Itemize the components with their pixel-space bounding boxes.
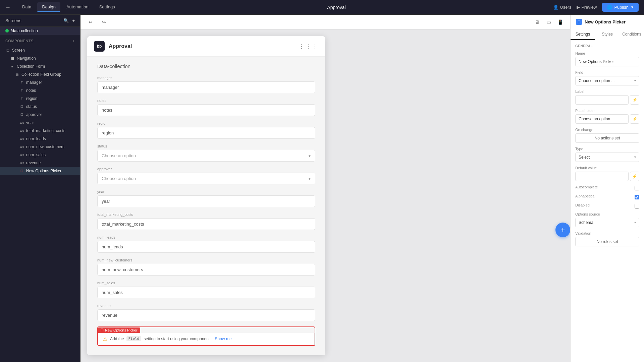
show-me-link[interactable]: Show me bbox=[215, 337, 232, 341]
placeholder-bolt-button[interactable]: ⚡ bbox=[630, 114, 639, 124]
tree-item-approver[interactable]: ☐ approver bbox=[0, 111, 80, 119]
preview-link[interactable]: ▶ Preview bbox=[577, 5, 597, 10]
options-picker-icon: ☐ bbox=[19, 169, 24, 173]
right-panel: ☐ New Options Picker Settings Styles Con… bbox=[570, 15, 644, 362]
label-num-new-customers: num_new_customers bbox=[97, 258, 315, 262]
form-group-total-marketing-costs: total_marketing_costs bbox=[97, 213, 315, 230]
input-year[interactable] bbox=[97, 195, 315, 207]
input-revenue[interactable] bbox=[97, 309, 315, 321]
users-icon: 👤 bbox=[553, 5, 558, 10]
nav-tab-design[interactable]: Design bbox=[37, 2, 60, 12]
select-status[interactable]: Choose an option bbox=[97, 150, 315, 162]
tree-item-manager[interactable]: T manager bbox=[0, 78, 80, 86]
default-value-bolt-button[interactable]: ⚡ bbox=[630, 172, 639, 181]
input-num-new-customers[interactable] bbox=[97, 264, 315, 276]
users-link[interactable]: 👤 Users bbox=[553, 5, 571, 10]
panel-field-on-change: On change No actions set bbox=[575, 128, 639, 143]
tree-item-navigation[interactable]: ☰ Navigation bbox=[0, 54, 80, 62]
input-notes[interactable] bbox=[97, 104, 315, 116]
redo-button[interactable]: ↪ bbox=[99, 17, 109, 27]
tab-conditions[interactable]: Conditions bbox=[620, 29, 644, 40]
input-num-leads[interactable] bbox=[97, 241, 315, 253]
panel-component-icon: ☐ bbox=[576, 19, 582, 25]
screen-item-data-collection[interactable]: /data-collection bbox=[0, 27, 80, 35]
tree-item-status[interactable]: ☐ status bbox=[0, 103, 80, 111]
tree-item-notes[interactable]: T notes bbox=[0, 86, 80, 95]
placeholder-label: Placeholder bbox=[575, 109, 639, 113]
tree-item-total-marketing-costs[interactable]: 123 total_marketing_costs bbox=[0, 127, 80, 135]
tree-item-region[interactable]: T region bbox=[0, 95, 80, 103]
panel-field-placeholder: Placeholder ⚡ bbox=[575, 109, 639, 124]
validation-button[interactable]: No rules set bbox=[575, 237, 639, 246]
input-total-marketing-costs[interactable] bbox=[97, 218, 315, 230]
label-bolt-button[interactable]: ⚡ bbox=[630, 95, 639, 105]
default-value-input-group: ⚡ bbox=[575, 172, 639, 181]
fab-add-button[interactable]: + bbox=[555, 223, 570, 237]
form-group-revenue: revenue bbox=[97, 304, 315, 321]
default-value-label: Default value bbox=[575, 166, 639, 170]
disabled-checkbox[interactable] bbox=[635, 204, 639, 208]
tab-settings[interactable]: Settings bbox=[571, 29, 595, 40]
default-value-input[interactable] bbox=[575, 172, 629, 181]
screens-label: Screens bbox=[5, 18, 21, 23]
field-select-wrap: Choose an option ... bbox=[575, 76, 639, 85]
autocomplete-label: Autocomplete bbox=[575, 185, 598, 189]
options-picker-tag-icon: ☐ bbox=[101, 328, 104, 332]
input-num-sales[interactable] bbox=[97, 287, 315, 298]
group-icon: ⊞ bbox=[15, 72, 19, 77]
label-num-sales: num_sales bbox=[97, 281, 315, 285]
desktop-view-button[interactable]: 🖥 bbox=[533, 17, 542, 27]
sidebar: Screens 🔍 + /data-collection Components … bbox=[0, 15, 80, 362]
back-button[interactable]: ← bbox=[5, 4, 11, 10]
input-manager[interactable] bbox=[97, 81, 315, 93]
nav-tab-settings[interactable]: Settings bbox=[95, 2, 120, 12]
input-region[interactable] bbox=[97, 127, 315, 139]
tree-item-collection-field-group[interactable]: ⊞ Collection Field Group bbox=[0, 70, 80, 78]
tree-item-revenue[interactable]: 123 revenue bbox=[0, 159, 80, 167]
label-region: region bbox=[97, 121, 315, 125]
label-revenue: revenue bbox=[97, 304, 315, 308]
tablet-view-button[interactable]: ▭ bbox=[544, 17, 553, 27]
active-indicator bbox=[5, 29, 9, 33]
select-icon: ☐ bbox=[19, 104, 24, 109]
tab-styles[interactable]: Styles bbox=[595, 29, 620, 40]
tree-item-num-sales[interactable]: 123 num_sales bbox=[0, 151, 80, 159]
search-icon[interactable]: 🔍 bbox=[63, 18, 69, 23]
autocomplete-checkbox[interactable] bbox=[635, 186, 639, 190]
nav-tab-data[interactable]: Data bbox=[17, 2, 36, 12]
warning-icon: ⚠ bbox=[103, 336, 107, 342]
select-approver[interactable]: Choose an option bbox=[97, 173, 315, 184]
tree-item-collection-form[interactable]: ≡ Collection Form bbox=[0, 62, 80, 70]
canvas-toolbar: ↩ ↪ 🖥 ▭ 📱 bbox=[80, 15, 570, 29]
tree-item-num-new-customers[interactable]: 123 num_new_customers bbox=[0, 143, 80, 151]
alphabetical-checkbox[interactable] bbox=[635, 195, 639, 199]
tree-item-num-leads[interactable]: 123 num_leads bbox=[0, 135, 80, 143]
publish-button[interactable]: 🌐 Publish ▼ bbox=[602, 3, 639, 12]
text-icon: T bbox=[19, 96, 24, 101]
tree-item-new-options-picker[interactable]: ☐ New Options Picker bbox=[0, 167, 80, 175]
nav-tab-automation[interactable]: Automation bbox=[62, 2, 93, 12]
undo-button[interactable]: ↩ bbox=[86, 17, 95, 27]
app-header: bb Approval ⋮⋮⋮ bbox=[87, 36, 325, 57]
field-select[interactable]: Choose an option ... bbox=[575, 76, 639, 85]
screens-header: Screens 🔍 + bbox=[0, 15, 80, 27]
right-panel-header: ☐ New Options Picker bbox=[571, 15, 644, 29]
label-input[interactable] bbox=[575, 95, 629, 105]
add-screen-button[interactable]: + bbox=[72, 18, 75, 23]
name-input[interactable] bbox=[575, 57, 639, 66]
warning-text2: setting to start using your component - bbox=[144, 337, 212, 341]
options-source-select-wrap: Schema Custom bbox=[575, 218, 639, 227]
canvas-scroll[interactable]: bb Approval ⋮⋮⋮ Data-collection manager … bbox=[80, 29, 570, 362]
dots-menu-icon[interactable]: ⋮⋮⋮ bbox=[299, 43, 319, 50]
mobile-view-button[interactable]: 📱 bbox=[555, 17, 565, 27]
tree-item-screen[interactable]: ☐ Screen bbox=[0, 46, 80, 54]
type-select[interactable]: Select Radio Checkbox bbox=[575, 153, 639, 162]
add-component-button[interactable]: + bbox=[72, 39, 75, 43]
navigation-icon: ☰ bbox=[10, 56, 15, 61]
options-source-select[interactable]: Schema Custom bbox=[575, 218, 639, 227]
on-change-button[interactable]: No actions set bbox=[575, 133, 639, 143]
placeholder-input[interactable] bbox=[575, 114, 629, 124]
form-group-region: region bbox=[97, 121, 315, 139]
tree-item-year[interactable]: 123 year bbox=[0, 119, 80, 127]
label-manager: manager bbox=[97, 76, 315, 80]
